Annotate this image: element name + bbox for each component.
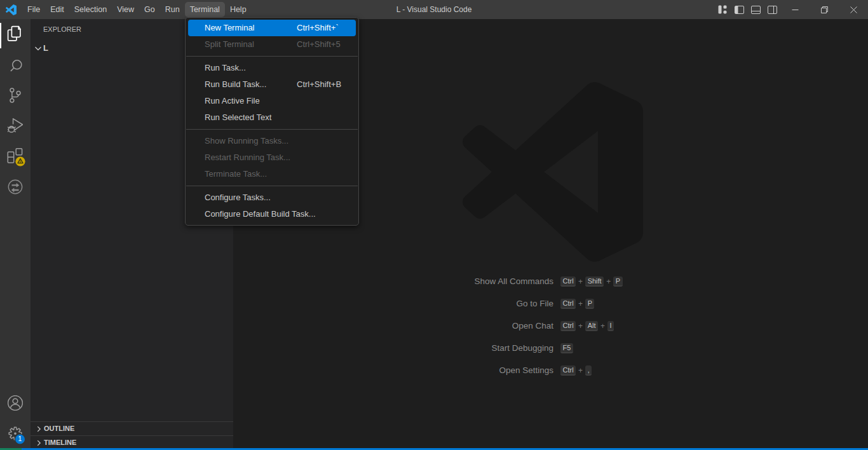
svg-text:1: 1 — [18, 435, 22, 442]
